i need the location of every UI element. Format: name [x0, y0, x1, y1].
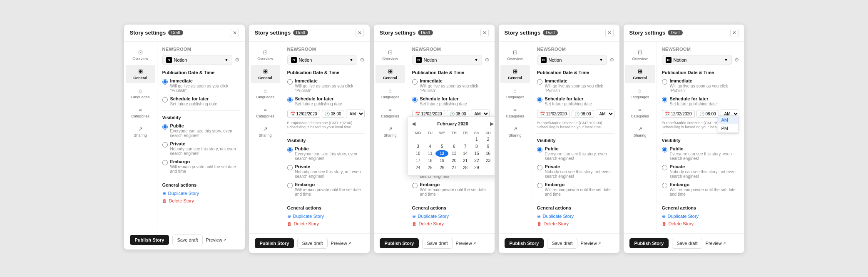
- notion-selector[interactable]: N Notion ▼: [412, 55, 482, 65]
- sidebar-item-general[interactable]: ⊞ General: [251, 65, 280, 83]
- notion-selector[interactable]: N Notion ▼: [662, 55, 732, 65]
- publish-story-button[interactable]: Publish Story: [130, 235, 169, 245]
- delete-story-link[interactable]: 🗑 Delete Story: [662, 221, 739, 226]
- sidebar-item-general[interactable]: ⊞ General: [500, 65, 530, 83]
- ampm-option-pm[interactable]: PM: [718, 124, 738, 132]
- save-draft-button[interactable]: Save draft: [297, 238, 327, 249]
- sidebar-item-languages[interactable]: ⌂ Languages: [376, 84, 405, 102]
- ampm-select[interactable]: AM PM: [346, 110, 365, 118]
- sidebar-item-categories[interactable]: ≡ Categories: [376, 103, 405, 122]
- sidebar-item-languages[interactable]: ⌂ Languages: [500, 84, 530, 102]
- calendar-day[interactable]: 5: [435, 143, 448, 150]
- sidebar-item-sharing[interactable]: ↗ Sharing: [500, 122, 530, 141]
- visibility-radio-public[interactable]: [287, 147, 293, 152]
- calendar-day[interactable]: 8: [471, 143, 482, 150]
- visibility-radio-embargo[interactable]: [662, 183, 667, 188]
- delete-story-link[interactable]: 🗑 Delete Story: [412, 221, 490, 226]
- calendar-day[interactable]: 9: [482, 143, 494, 150]
- settings-gear-button[interactable]: ⚙: [360, 57, 365, 63]
- time-input[interactable]: 🕐 08:00: [322, 110, 344, 118]
- sidebar-item-general[interactable]: ⊞ General: [376, 65, 405, 83]
- sidebar-item-categories[interactable]: ≡ Categories: [500, 103, 530, 122]
- sidebar-item-general[interactable]: ⊞ General: [126, 65, 155, 83]
- time-input[interactable]: 🕐 08:00: [572, 110, 594, 118]
- date-input[interactable]: 📅 12/02/2020: [537, 110, 570, 118]
- close-button[interactable]: ✕: [605, 29, 614, 37]
- radio-schedule[interactable]: [162, 97, 168, 102]
- calendar-day[interactable]: 20: [448, 157, 460, 164]
- calendar-day[interactable]: 1: [471, 136, 482, 143]
- calendar-day[interactable]: 24: [412, 164, 425, 171]
- sidebar-item-overview[interactable]: ⊡ Overview: [625, 46, 655, 64]
- sidebar-item-languages[interactable]: ⌂ Languages: [251, 84, 280, 102]
- calendar-day[interactable]: 6: [448, 143, 460, 150]
- calendar-day[interactable]: 21: [460, 157, 471, 164]
- duplicate-story-link[interactable]: ⊕ Duplicate Story: [412, 214, 490, 219]
- notion-selector[interactable]: N Notion ▼: [537, 55, 607, 65]
- preview-link[interactable]: Preview ↗: [206, 237, 226, 242]
- calendar-day[interactable]: 11: [425, 150, 436, 157]
- calendar-day[interactable]: 18: [425, 157, 436, 164]
- visibility-radio-private[interactable]: [537, 165, 542, 170]
- sidebar-item-languages[interactable]: ⌂ Languages: [126, 84, 155, 102]
- calendar-day[interactable]: 23: [482, 157, 494, 164]
- sidebar-item-languages[interactable]: ⌂ Languages: [625, 84, 655, 102]
- visibility-radio-public[interactable]: [162, 124, 168, 130]
- date-input[interactable]: 📅 12/02/2020: [662, 110, 695, 118]
- sidebar-item-categories[interactable]: ≡ Categories: [251, 103, 280, 122]
- sidebar-item-overview[interactable]: ⊡ Overview: [126, 46, 155, 64]
- radio-schedule[interactable]: [412, 97, 418, 102]
- settings-gear-button[interactable]: ⚙: [734, 57, 739, 63]
- duplicate-story-link[interactable]: ⊕ Duplicate Story: [162, 191, 240, 196]
- notion-selector[interactable]: N Notion ▼: [287, 55, 357, 65]
- save-draft-button[interactable]: Save draft: [172, 235, 202, 245]
- ampm-select[interactable]: AM PM: [596, 110, 614, 118]
- sidebar-item-overview[interactable]: ⊡ Overview: [376, 46, 405, 64]
- visibility-radio-public[interactable]: [537, 147, 542, 152]
- calendar-day[interactable]: 7: [460, 143, 471, 150]
- visibility-radio-embargo[interactable]: [412, 183, 418, 188]
- delete-story-link[interactable]: 🗑 Delete Story: [537, 221, 614, 226]
- visibility-radio-embargo[interactable]: [287, 183, 293, 188]
- calendar-day[interactable]: 17: [412, 157, 425, 164]
- time-input[interactable]: 🕐 08:00: [696, 110, 719, 118]
- calendar-day[interactable]: 29: [471, 164, 482, 171]
- next-month-button[interactable]: ▶: [490, 121, 494, 127]
- calendar-day[interactable]: 15: [471, 150, 482, 157]
- publish-story-button[interactable]: Publish Story: [505, 238, 544, 248]
- sidebar-item-general[interactable]: ⊞ General: [625, 65, 655, 83]
- visibility-radio-private[interactable]: [662, 165, 667, 170]
- save-draft-button[interactable]: Save draft: [547, 238, 577, 249]
- settings-gear-button[interactable]: ⚙: [485, 57, 490, 63]
- calendar-day-today[interactable]: 12: [435, 150, 448, 157]
- ampm-option-am[interactable]: AM: [718, 116, 738, 124]
- visibility-radio-public[interactable]: [662, 147, 667, 152]
- preview-link[interactable]: Preview ↗: [706, 241, 726, 246]
- radio-immediate[interactable]: [287, 79, 293, 85]
- save-draft-button[interactable]: Save draft: [672, 238, 702, 249]
- publish-story-button[interactable]: Publish Story: [255, 238, 294, 248]
- notion-selector[interactable]: N Notion ▼: [162, 55, 232, 65]
- sidebar-item-categories[interactable]: ≡ Categories: [625, 103, 655, 122]
- visibility-radio-embargo[interactable]: [162, 160, 168, 165]
- prev-month-button[interactable]: ◀: [412, 121, 415, 127]
- calendar-day[interactable]: 27: [448, 164, 460, 171]
- sidebar-item-sharing[interactable]: ↗ Sharing: [625, 122, 655, 141]
- calendar-day[interactable]: 2: [482, 136, 494, 143]
- radio-immediate[interactable]: [537, 79, 542, 85]
- radio-schedule[interactable]: [287, 97, 293, 102]
- calendar-day[interactable]: 13: [448, 150, 460, 157]
- close-button[interactable]: ✕: [231, 29, 239, 37]
- radio-schedule[interactable]: [537, 97, 542, 102]
- calendar-day[interactable]: 19: [435, 157, 448, 164]
- duplicate-story-link[interactable]: ⊕ Duplicate Story: [537, 214, 614, 219]
- publish-story-button[interactable]: Publish Story: [629, 238, 669, 248]
- publish-story-button[interactable]: Publish Story: [380, 238, 419, 248]
- sidebar-item-categories[interactable]: ≡ Categories: [126, 103, 155, 122]
- calendar-day[interactable]: 4: [425, 143, 436, 150]
- radio-immediate[interactable]: [662, 79, 667, 85]
- visibility-radio-private[interactable]: [162, 142, 168, 147]
- duplicate-story-link[interactable]: ⊕ Duplicate Story: [662, 214, 739, 219]
- close-button[interactable]: ✕: [730, 29, 739, 37]
- sidebar-item-sharing[interactable]: ↗ Sharing: [126, 122, 155, 141]
